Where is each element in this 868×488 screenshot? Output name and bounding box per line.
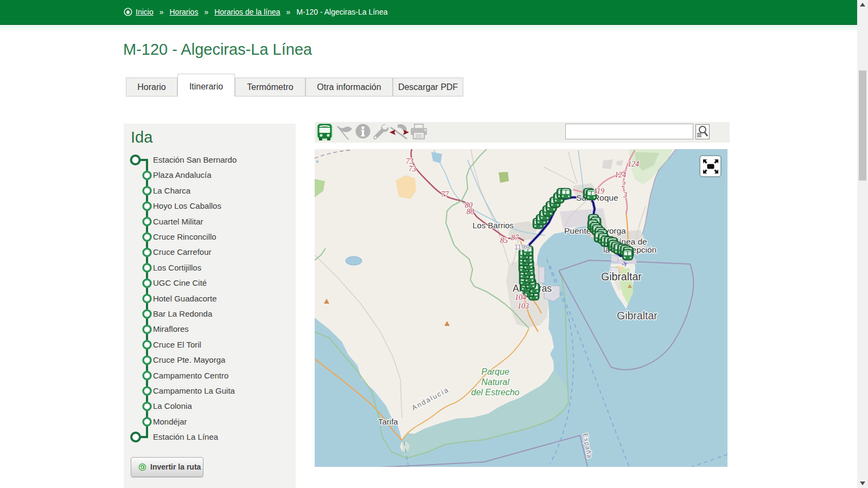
svg-text:73: 73 xyxy=(409,165,416,173)
svg-text:85: 85 xyxy=(500,236,508,245)
svg-text:87: 87 xyxy=(511,234,519,242)
svg-text:Tarifa: Tarifa xyxy=(378,417,398,426)
svg-text:103: 103 xyxy=(518,302,529,310)
svg-text:Gibraltar: Gibraltar xyxy=(617,310,658,322)
svg-text:104: 104 xyxy=(515,293,526,301)
svg-text:119: 119 xyxy=(593,187,604,195)
svg-text:del Estrecho: del Estrecho xyxy=(471,388,520,397)
svg-text:77: 77 xyxy=(441,190,449,198)
svg-text:Parque: Parque xyxy=(481,367,509,376)
svg-text:3: 3 xyxy=(623,191,627,199)
svg-text:Gibraltar: Gibraltar xyxy=(601,271,642,282)
svg-text:124: 124 xyxy=(628,160,639,168)
svg-text:119A: 119A xyxy=(514,243,530,251)
svg-text:124: 124 xyxy=(615,171,626,179)
svg-text:Los Barrios: Los Barrios xyxy=(473,221,514,230)
svg-text:Natural: Natural xyxy=(481,377,509,387)
svg-text:2: 2 xyxy=(622,181,626,189)
svg-text:80: 80 xyxy=(467,208,474,216)
svg-text:73: 73 xyxy=(406,157,413,165)
